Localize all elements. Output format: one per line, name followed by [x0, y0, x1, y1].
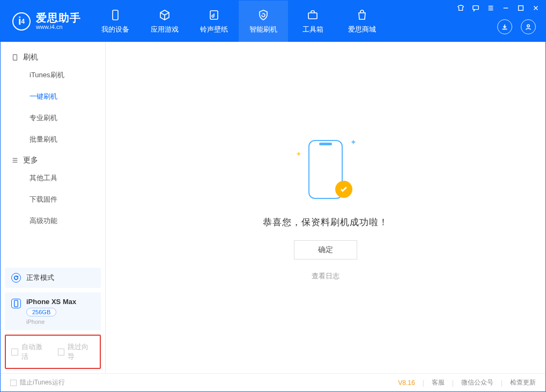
nav-tab-flash[interactable]: 智能刷机 — [239, 1, 288, 42]
refresh-icon — [11, 273, 21, 283]
checkbox-label: 自动激活 — [21, 342, 48, 361]
shield-refresh-icon — [256, 8, 270, 22]
check-update-link[interactable]: 检查更新 — [510, 378, 536, 387]
app-subtitle: www.i4.cn — [36, 24, 81, 30]
svg-rect-0 — [113, 10, 118, 20]
version-label: V8.16 — [398, 379, 415, 387]
shopping-bag-icon — [355, 8, 369, 22]
sidebar: 刷机 iTunes刷机 一键刷机 专业刷机 批量刷机 更多 其他工具 下载固件 … — [1, 42, 106, 373]
statusbar-right: V8.16 | 客服 | 微信公众号 | 检查更新 — [398, 378, 536, 387]
checkbox-icon — [58, 349, 65, 356]
phone-outline-icon — [11, 299, 21, 308]
main-content: ✦ ✦ 恭喜您，保资料刷机成功啦！ 确定 查看日志 — [106, 42, 545, 373]
maximize-icon[interactable] — [517, 4, 525, 12]
nav-tab-ringtones[interactable]: 铃声壁纸 — [189, 1, 239, 42]
nav-tab-label: 爱思商城 — [348, 25, 376, 34]
sidebar-item-advanced[interactable]: 高级功能 — [1, 210, 105, 232]
feedback-icon[interactable] — [471, 4, 480, 12]
separator: | — [501, 379, 503, 387]
nav-tab-store[interactable]: 爱思商城 — [337, 1, 387, 42]
sidebar-item-other-tools[interactable]: 其他工具 — [1, 167, 105, 189]
sidebar-group-title: 更多 — [23, 156, 38, 165]
shirt-icon[interactable] — [456, 4, 465, 12]
app-title: 爱思助手 — [36, 12, 81, 24]
separator: | — [423, 379, 424, 387]
app-window: i4 爱思助手 www.i4.cn 我的设备 应用游戏 铃声壁纸 智能刷机 — [0, 0, 546, 392]
sidebar-bottom: 正常模式 iPhone XS Max 256GB iPhone 自动激活 — [1, 263, 105, 373]
sidebar-item-batch-flash[interactable]: 批量刷机 — [1, 129, 105, 150]
nav-tabs: 我的设备 应用游戏 铃声壁纸 智能刷机 工具箱 爱思商城 — [91, 1, 387, 42]
svg-rect-4 — [519, 6, 523, 11]
window-controls — [456, 4, 540, 12]
sparkle-icon: ✦ — [350, 138, 357, 146]
checkbox-label: 阻止iTunes运行 — [20, 378, 65, 387]
nav-tab-label: 工具箱 — [302, 25, 323, 34]
device-card[interactable]: iPhone XS Max 256GB iPhone — [5, 292, 101, 330]
device-type: iPhone — [26, 319, 76, 325]
device-name: iPhone XS Max — [26, 298, 76, 306]
checkbox-icon — [11, 349, 18, 356]
sidebar-group-more: 更多 — [1, 150, 105, 167]
svg-point-5 — [527, 25, 529, 27]
app-logo-text: 爱思助手 www.i4.cn — [36, 12, 81, 30]
svg-rect-6 — [13, 55, 17, 61]
user-icon[interactable] — [521, 19, 536, 34]
nav-tab-label: 我的设备 — [101, 25, 129, 34]
nav-tab-apps[interactable]: 应用游戏 — [140, 1, 189, 42]
phone-icon — [11, 54, 19, 61]
close-icon[interactable] — [532, 4, 540, 12]
statusbar: 阻止iTunes运行 V8.16 | 客服 | 微信公众号 | 检查更新 — [1, 373, 545, 391]
svg-rect-3 — [473, 6, 479, 10]
checkbox-icon — [10, 380, 17, 386]
sidebar-group-title: 刷机 — [23, 53, 38, 62]
checkbox-block-itunes[interactable]: 阻止iTunes运行 — [10, 378, 65, 387]
flash-options-box: 自动激活 跳过向导 — [5, 335, 101, 369]
ok-button[interactable]: 确定 — [294, 240, 357, 260]
header-right-icons — [497, 19, 536, 34]
wechat-link[interactable]: 微信公众号 — [461, 378, 493, 387]
minimize-icon[interactable] — [501, 4, 510, 12]
titlebar: i4 爱思助手 www.i4.cn 我的设备 应用游戏 铃声壁纸 智能刷机 — [1, 1, 545, 42]
device-capacity: 256GB — [26, 308, 56, 316]
music-note-icon — [207, 8, 221, 22]
download-icon[interactable] — [497, 19, 512, 34]
device-icon — [108, 8, 122, 22]
checkbox-auto-activate[interactable]: 自动激活 — [11, 342, 48, 361]
sidebar-item-itunes-flash[interactable]: iTunes刷机 — [1, 64, 105, 86]
sidebar-item-download-firmware[interactable]: 下载固件 — [1, 189, 105, 210]
nav-tab-label: 应用游戏 — [151, 25, 179, 34]
sidebar-item-pro-flash[interactable]: 专业刷机 — [1, 107, 105, 129]
sidebar-scroll: 刷机 iTunes刷机 一键刷机 专业刷机 批量刷机 更多 其他工具 下载固件 … — [1, 42, 105, 263]
mode-label: 正常模式 — [26, 273, 54, 283]
briefcase-icon — [306, 8, 320, 22]
device-info: iPhone XS Max 256GB iPhone — [26, 298, 76, 325]
mode-card[interactable]: 正常模式 — [5, 268, 101, 288]
app-logo-icon: i4 — [12, 12, 31, 31]
sparkle-icon: ✦ — [296, 150, 302, 158]
checkbox-skip-wizard[interactable]: 跳过向导 — [58, 342, 95, 361]
nav-tab-device[interactable]: 我的设备 — [91, 1, 140, 42]
svg-rect-7 — [14, 300, 18, 307]
cube-icon — [158, 8, 172, 22]
nav-tab-toolbox[interactable]: 工具箱 — [288, 1, 337, 42]
svg-rect-2 — [308, 13, 317, 19]
success-illustration: ✦ ✦ — [293, 135, 358, 204]
success-message: 恭喜您，保资料刷机成功啦！ — [263, 216, 388, 228]
view-log-link[interactable]: 查看日志 — [312, 271, 340, 281]
sidebar-group-flash: 刷机 — [1, 47, 105, 64]
logo-area: i4 爱思助手 www.i4.cn — [1, 1, 91, 42]
nav-tab-label: 铃声壁纸 — [200, 25, 228, 34]
menu-icon[interactable] — [486, 4, 495, 12]
body: 刷机 iTunes刷机 一键刷机 专业刷机 批量刷机 更多 其他工具 下载固件 … — [1, 42, 545, 373]
sidebar-item-oneclick-flash[interactable]: 一键刷机 — [1, 86, 105, 107]
check-badge-icon — [335, 181, 352, 198]
separator: | — [452, 379, 454, 387]
support-link[interactable]: 客服 — [432, 378, 445, 387]
nav-tab-label: 智能刷机 — [249, 25, 277, 34]
list-icon — [11, 157, 19, 164]
checkbox-label: 跳过向导 — [68, 342, 94, 361]
